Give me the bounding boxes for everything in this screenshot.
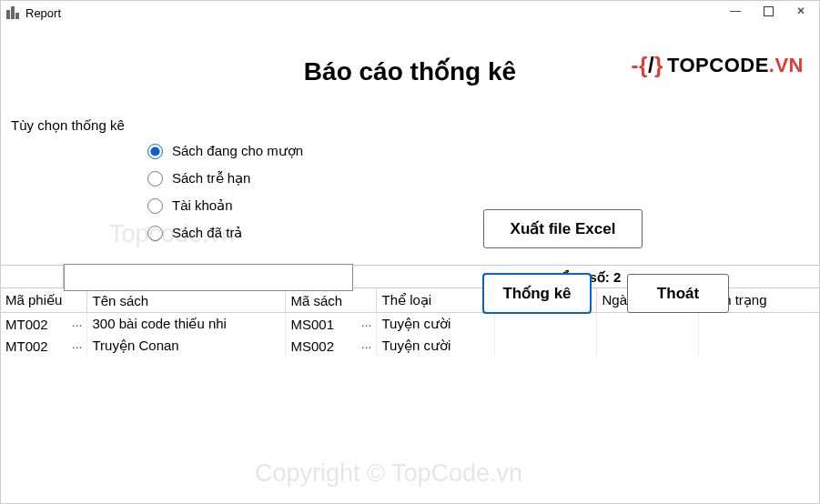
radio-input-2[interactable]	[147, 198, 163, 214]
options-label: Tùy chọn thống kê	[11, 117, 820, 134]
radio-label-1: Sách trễ hạn	[172, 170, 250, 186]
col-ten-sach[interactable]: Tên sách	[86, 288, 285, 313]
window-controls: — ✕	[720, 0, 816, 22]
radio-input-1[interactable]	[147, 171, 163, 186]
radio-sach-tre-han[interactable]: Sách trễ hạn	[147, 170, 820, 186]
minimize-button[interactable]: —	[720, 0, 751, 22]
cell-ngay_muon[interactable]	[494, 313, 596, 336]
maximize-button[interactable]	[753, 0, 784, 22]
brand-suffix: .VN	[769, 54, 804, 76]
cell-tinh_trang[interactable]	[698, 313, 820, 336]
close-button[interactable]: ✕	[785, 0, 816, 22]
col-the-loai[interactable]: Thể loại	[376, 288, 494, 313]
brand-logo: -{/} TOPCODE.VN	[632, 53, 804, 78]
table-row[interactable]: MT002...300 bài code thiếu nhiMS001...Tu…	[0, 313, 820, 336]
cell-the_loai[interactable]: Tuyện cười	[376, 335, 494, 357]
cell-ngay_muon[interactable]	[494, 335, 596, 357]
cell-ma_sach[interactable]: MS002...	[285, 335, 376, 357]
ellipsis-icon: ...	[72, 337, 83, 351]
cell-ma_phieu[interactable]: MT002...	[0, 335, 86, 357]
cell-tinh_trang[interactable]	[698, 335, 820, 357]
cell-ma_sach[interactable]: MS001...	[285, 313, 376, 336]
radio-label-2: Tài khoản	[172, 197, 233, 214]
thoat-button[interactable]: Thoát	[627, 274, 729, 313]
svg-rect-2	[15, 13, 19, 19]
col-ma-sach[interactable]: Mã sách	[285, 288, 376, 313]
cell-ten_sach[interactable]: 300 bài code thiếu nhi	[86, 313, 285, 336]
radio-label-3: Sách đã trả	[172, 225, 242, 241]
svg-rect-1	[11, 6, 15, 19]
summary-left-cell	[0, 266, 64, 287]
radio-input-0[interactable]	[147, 144, 163, 159]
radio-sach-dang-cho-muon[interactable]: Sách đang cho mượn	[147, 143, 820, 159]
app-icon	[5, 5, 20, 20]
cell-the_loai[interactable]: Tuyện cười	[376, 313, 494, 336]
cell-ngay_tra[interactable]	[596, 313, 698, 336]
title-bar: Report — ✕	[0, 0, 820, 25]
cell-ngay_tra[interactable]	[596, 335, 698, 357]
window-title: Report	[25, 6, 61, 20]
thong-ke-button[interactable]: Thống kê	[483, 274, 591, 313]
table-row[interactable]: MT002...Truyện ConanMS002...Tuyện cười	[0, 335, 820, 357]
ellipsis-icon: ...	[361, 315, 372, 329]
brand-text: TOPCODE	[667, 54, 769, 76]
cell-ma_phieu[interactable]: MT002...	[0, 313, 86, 336]
ellipsis-icon: ...	[361, 337, 372, 351]
export-excel-button[interactable]: Xuất file Excel	[483, 209, 643, 248]
watermark-copyright: Copyright © TopCode.vn	[255, 459, 522, 488]
cell-ten_sach[interactable]: Truyện Conan	[86, 335, 285, 357]
ellipsis-icon: ...	[72, 315, 83, 329]
svg-rect-3	[764, 6, 773, 15]
radio-label-0: Sách đang cho mượn	[172, 143, 303, 159]
svg-rect-0	[6, 10, 10, 19]
col-ma-phieu[interactable]: Mã phiếu	[0, 288, 86, 313]
radio-input-3[interactable]	[147, 226, 163, 241]
filter-input[interactable]	[64, 264, 353, 291]
